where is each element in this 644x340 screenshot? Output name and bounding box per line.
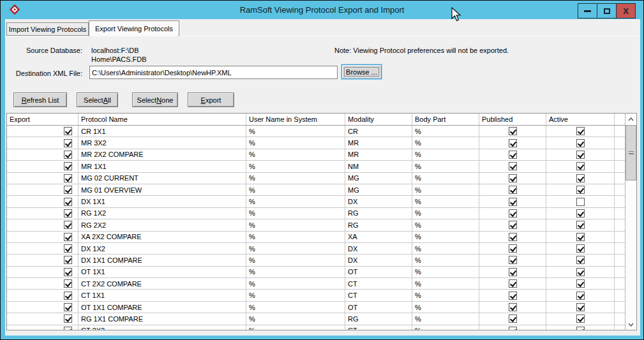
table-row[interactable]: MG 01 OVERVIEW % MG % [7, 184, 625, 196]
export-checkbox[interactable] [64, 233, 72, 241]
browse-button[interactable]: Browse ... [341, 64, 382, 79]
published-checkbox[interactable] [509, 244, 517, 253]
published-checkbox[interactable] [509, 327, 517, 330]
published-checkbox[interactable] [509, 151, 517, 159]
export-checkbox[interactable] [64, 292, 72, 300]
active-checkbox[interactable] [576, 162, 585, 170]
active-checkbox[interactable] [576, 209, 585, 218]
export-checkbox[interactable] [64, 186, 72, 194]
published-checkbox[interactable] [509, 209, 517, 218]
active-checkbox[interactable] [576, 198, 585, 206]
export-checkbox[interactable] [64, 162, 72, 170]
table-row[interactable]: OT 1X1 COMPARE % OT % [7, 302, 625, 313]
published-checkbox[interactable] [509, 186, 517, 194]
active-checkbox[interactable] [576, 279, 585, 288]
export-checkbox[interactable] [64, 244, 72, 253]
active-checkbox[interactable] [576, 233, 585, 241]
active-checkbox[interactable] [576, 303, 585, 311]
table-row[interactable]: XA 2X2 COMPARE % XA % [7, 232, 625, 243]
titlebar[interactable]: RamSoft Viewing Protocol Export and Impo… [1, 1, 643, 19]
table-row[interactable]: RG 1X1 COMPARE % RG % [7, 313, 625, 325]
scroll-down-button[interactable] [625, 319, 636, 330]
export-button[interactable]: Export [188, 92, 234, 107]
table-row[interactable]: RG 2X2 % RG % [7, 219, 625, 231]
refresh-list-button[interactable]: Refresh List [13, 92, 67, 107]
select-all-button[interactable]: Select All [77, 92, 118, 107]
active-checkbox[interactable] [576, 256, 585, 264]
export-checkbox[interactable] [64, 209, 72, 218]
table-row[interactable]: MG 02 CURRENT % MG % [7, 173, 625, 184]
table-row[interactable]: CT 1X1 % CT % [7, 290, 625, 301]
active-cell [546, 137, 615, 148]
table-row[interactable]: DX 1X1 % DX % [7, 196, 625, 207]
table-row[interactable]: CR 1X1 % CR % [7, 126, 625, 137]
table-row[interactable]: OT 1X1 % OT % [7, 267, 625, 278]
export-checkbox[interactable] [64, 279, 72, 288]
export-cell [7, 161, 79, 172]
export-checkbox[interactable] [64, 221, 72, 229]
table-row[interactable]: CT 2X2 COMPARE % CT % [7, 278, 625, 290]
table-row[interactable]: MR 2X2 COMPARE % MR % [7, 149, 625, 161]
published-checkbox[interactable] [509, 292, 517, 300]
modality-cell: MR [345, 149, 412, 160]
scrollbar-thumb[interactable] [625, 125, 636, 181]
export-checkbox[interactable] [64, 127, 72, 135]
close-button[interactable]: X [616, 3, 636, 18]
column-header-active[interactable]: Active [546, 114, 615, 125]
maximize-button[interactable] [597, 3, 617, 18]
export-checkbox[interactable] [64, 198, 72, 206]
published-checkbox[interactable] [509, 162, 517, 170]
tab-import-viewing-protocols[interactable]: Import Viewing Protocols [6, 22, 89, 36]
published-checkbox[interactable] [509, 314, 517, 323]
published-checkbox[interactable] [509, 139, 517, 147]
scroll-up-button[interactable] [625, 114, 636, 124]
active-checkbox[interactable] [576, 268, 585, 276]
active-checkbox[interactable] [576, 174, 585, 182]
active-checkbox[interactable] [576, 139, 585, 147]
column-header-user-name-in-system[interactable]: User Name in System [246, 114, 345, 125]
select-none-button[interactable]: Select None [132, 92, 178, 107]
export-checkbox[interactable] [64, 256, 72, 264]
published-checkbox[interactable] [509, 221, 517, 229]
minimize-button[interactable] [578, 3, 597, 18]
column-header-published[interactable]: Published [479, 114, 546, 125]
tab-export-viewing-protocols[interactable]: Export Viewing Protocols [89, 20, 179, 36]
table-row[interactable]: DX 1X1 COMPARE % DX % [7, 255, 625, 266]
published-checkbox[interactable] [509, 303, 517, 311]
body-part-cell: % [412, 208, 479, 219]
published-checkbox[interactable] [509, 279, 517, 288]
active-checkbox[interactable] [576, 314, 585, 323]
published-checkbox[interactable] [509, 198, 517, 206]
active-checkbox[interactable] [576, 244, 585, 253]
protocol-name-cell: OT 1X1 COMPARE [79, 302, 246, 313]
published-checkbox[interactable] [509, 256, 517, 264]
published-checkbox[interactable] [509, 233, 517, 241]
active-checkbox[interactable] [576, 127, 585, 135]
column-header-modality[interactable]: Modality [345, 114, 412, 125]
vertical-scrollbar[interactable] [625, 114, 636, 330]
published-checkbox[interactable] [509, 268, 517, 276]
table-row[interactable]: MR 1X1 % NM % [7, 161, 625, 172]
table-row[interactable]: RG 1X2 % RG % [7, 208, 625, 219]
destination-xml-input[interactable] [89, 66, 338, 79]
export-checkbox[interactable] [64, 174, 72, 182]
export-checkbox[interactable] [64, 314, 72, 323]
active-checkbox[interactable] [576, 292, 585, 300]
export-checkbox[interactable] [64, 139, 72, 147]
published-checkbox[interactable] [509, 174, 517, 182]
published-checkbox[interactable] [509, 127, 517, 135]
active-checkbox[interactable] [576, 327, 585, 330]
active-checkbox[interactable] [576, 151, 585, 159]
active-checkbox[interactable] [576, 221, 585, 229]
column-header-body-part[interactable]: Body Part [412, 114, 479, 125]
export-checkbox[interactable] [64, 151, 72, 159]
table-row[interactable]: CT 2X2 % CT % [7, 325, 625, 330]
export-checkbox[interactable] [64, 303, 72, 311]
column-header-export[interactable]: Export [7, 114, 79, 125]
table-row[interactable]: DX 1X2 % DX % [7, 243, 625, 255]
export-checkbox[interactable] [64, 268, 72, 276]
export-checkbox[interactable] [64, 327, 72, 330]
table-row[interactable]: MR 3X2 % MR % [7, 137, 625, 149]
active-checkbox[interactable] [576, 186, 585, 194]
column-header-protocol-name[interactable]: Protocol Name [79, 114, 246, 125]
